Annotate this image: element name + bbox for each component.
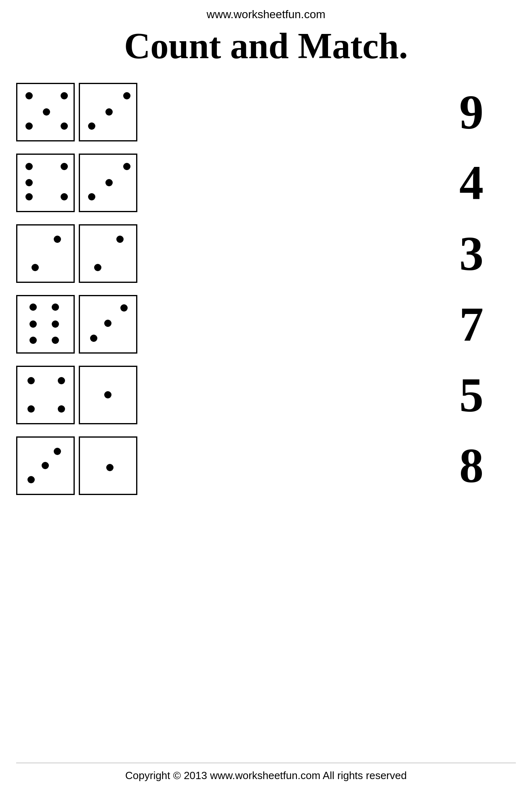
dot [123,92,130,99]
dice-6-2 [79,436,137,495]
number-5: 5 [459,371,484,419]
dice-6-1 [16,436,75,495]
dot [25,163,33,170]
row-1: 9 [16,83,516,141]
number-4: 4 [459,159,484,207]
dice-group-6 [16,436,137,495]
dot [61,163,68,170]
dot [27,405,35,413]
dot [52,337,59,344]
dot [61,92,68,99]
row-6: 8 [16,436,516,495]
website-url: www.worksheetfun.com [206,8,325,21]
copyright-footer: Copyright © 2013 www.worksheetfun.com Al… [16,763,516,782]
page-title: Count and Match. [124,25,408,67]
dice-group-5 [16,366,137,424]
number-7: 7 [459,300,484,349]
dot [105,179,113,186]
dot [27,377,35,384]
dot [58,377,65,384]
dice-4-2 [79,295,137,354]
dot [104,320,111,327]
dot [25,122,33,130]
dice-1-2 [79,83,137,141]
dot [106,464,114,471]
row-5: 5 [16,366,516,424]
row-4: 7 [16,295,516,354]
dot [54,448,61,455]
dot [43,108,50,116]
dot [94,264,101,271]
number-8: 8 [459,442,484,490]
dot [90,335,97,342]
dot [120,304,128,312]
dot [52,303,59,311]
dot [29,303,37,311]
dice-group-2 [16,154,137,212]
dot [54,236,61,243]
dot [123,163,130,170]
dot [61,122,68,130]
dot [116,236,124,243]
number-9: 9 [459,88,484,137]
dot [88,122,95,130]
dot [25,193,33,200]
dot [105,108,113,116]
dot [29,337,37,344]
dot [27,476,35,483]
dice-group-4 [16,295,137,354]
dot [29,320,37,328]
dot [52,320,59,328]
dot [25,92,33,99]
dice-4-1 [16,295,75,354]
dice-2-1 [16,154,75,212]
dice-5-1 [16,366,75,424]
dice-group-3 [16,224,137,283]
dot [58,405,65,413]
dice-1-1 [16,83,75,141]
dice-5-2 [79,366,137,424]
dot [88,193,95,200]
row-3: 3 [16,224,516,283]
dice-2-2 [79,154,137,212]
dice-group-1 [16,83,137,141]
content-area: 9 4 [16,83,516,754]
number-3: 3 [459,230,484,278]
dot [32,264,39,271]
dice-3-2 [79,224,137,283]
dice-3-1 [16,224,75,283]
dot [104,391,111,398]
dot [42,462,49,469]
row-2: 4 [16,154,516,212]
dot [25,179,33,186]
dot [61,193,68,200]
